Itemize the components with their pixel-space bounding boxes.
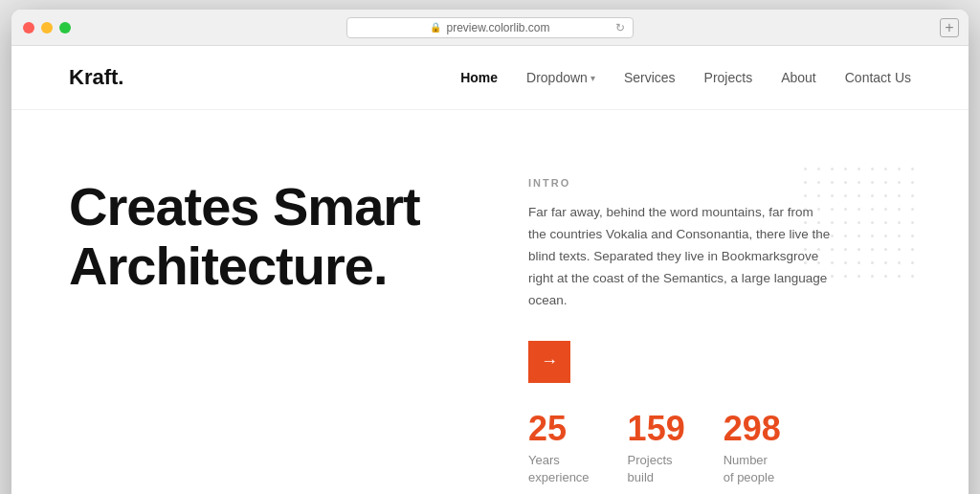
nav-link-contact[interactable]: Contact Us bbox=[845, 70, 911, 85]
nav-item-dropdown[interactable]: Dropdown ▾ bbox=[526, 70, 595, 85]
website-content: Kraft. Home Dropdown ▾ Services Projects bbox=[11, 46, 969, 494]
nav-link-home[interactable]: Home bbox=[460, 70, 498, 85]
browser-window: 🔒 preview.colorlib.com ↻ + Kraft. Home D… bbox=[11, 10, 969, 494]
new-tab-button[interactable]: + bbox=[940, 18, 959, 37]
hero-headline: Creates Smart Architecture. bbox=[69, 168, 490, 295]
window-controls bbox=[23, 22, 71, 34]
url-bar[interactable]: 🔒 preview.colorlib.com ↻ bbox=[346, 17, 634, 38]
nav-link-dropdown[interactable]: Dropdown ▾ bbox=[526, 70, 595, 85]
titlebar: 🔒 preview.colorlib.com ↻ + bbox=[11, 10, 969, 46]
hero-right-inner: // Generate dots inline — will be render… bbox=[528, 177, 911, 486]
stats-row: 25 Years experience 159 Projects bbox=[528, 412, 911, 486]
minimize-button[interactable] bbox=[41, 22, 53, 34]
nav-item-home[interactable]: Home bbox=[460, 69, 498, 86]
hero-title: Creates Smart Architecture. bbox=[69, 177, 490, 295]
stat-years: 25 Years experience bbox=[528, 412, 590, 486]
intro-content: INTRO Far far away, behind the word moun… bbox=[528, 177, 911, 486]
nav-link-projects[interactable]: Projects bbox=[704, 70, 753, 85]
nav-item-services[interactable]: Services bbox=[624, 69, 676, 86]
arrow-icon: → bbox=[541, 351, 558, 371]
site-logo: Kraft. bbox=[69, 65, 123, 90]
arrow-button[interactable]: → bbox=[528, 341, 570, 383]
stat-label-years: Years experience bbox=[528, 452, 590, 486]
intro-text: Far far away, behind the word mountains,… bbox=[528, 202, 835, 312]
stat-people: 298 Number of people bbox=[724, 412, 781, 486]
hero-right-panel: // Generate dots inline — will be render… bbox=[528, 168, 911, 486]
stat-number-years: 25 bbox=[528, 412, 590, 446]
nav-links: Home Dropdown ▾ Services Projects About bbox=[460, 69, 911, 86]
stat-number-people: 298 bbox=[724, 412, 781, 446]
hero-section: Creates Smart Architecture. // Generate … bbox=[11, 110, 969, 494]
navigation: Kraft. Home Dropdown ▾ Services Projects bbox=[11, 46, 969, 110]
nav-link-services[interactable]: Services bbox=[624, 70, 676, 85]
stat-label-people: Number of people bbox=[724, 452, 781, 486]
maximize-button[interactable] bbox=[59, 22, 71, 34]
nav-item-about[interactable]: About bbox=[781, 69, 816, 86]
stat-label-projects: Projects build bbox=[628, 452, 685, 486]
lock-icon: 🔒 bbox=[430, 22, 441, 33]
nav-item-projects[interactable]: Projects bbox=[704, 69, 753, 86]
url-text: preview.colorlib.com bbox=[446, 21, 549, 34]
close-button[interactable] bbox=[23, 22, 34, 34]
stat-projects: 159 Projects build bbox=[628, 412, 685, 486]
stat-number-projects: 159 bbox=[628, 412, 685, 446]
refresh-icon[interactable]: ↻ bbox=[615, 21, 625, 34]
nav-item-contact[interactable]: Contact Us bbox=[845, 69, 911, 86]
chevron-down-icon: ▾ bbox=[590, 73, 595, 83]
nav-link-about[interactable]: About bbox=[781, 70, 816, 85]
intro-label: INTRO bbox=[528, 177, 911, 189]
